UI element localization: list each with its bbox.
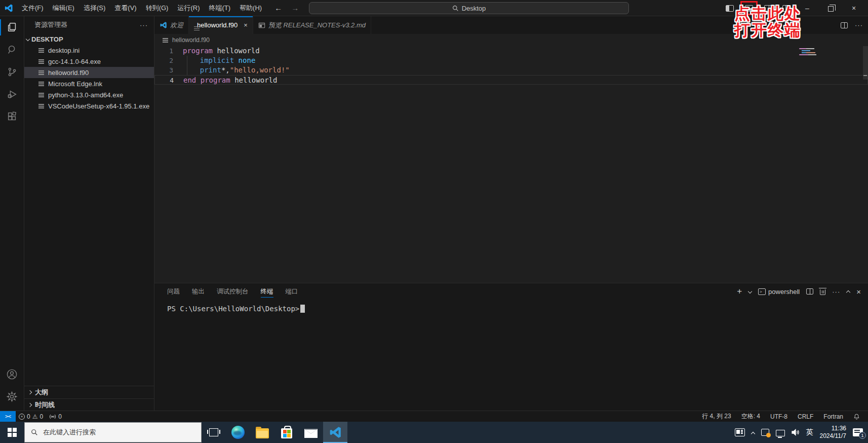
file-icon (38, 92, 45, 98)
split-editor-icon[interactable] (841, 22, 848, 28)
eol-status[interactable]: CRLF (795, 413, 816, 420)
source-control-icon[interactable] (0, 61, 24, 83)
tab-vscode-icon (160, 21, 167, 29)
sidebar-section-时间线[interactable]: 时间线 (24, 398, 154, 411)
powershell-icon: > (758, 288, 766, 295)
extensions-icon[interactable] (0, 105, 24, 128)
nav-back-icon[interactable]: ← (274, 4, 282, 12)
tree-item[interactable]: Microsoft Edge.lnk (24, 78, 154, 89)
panel-more-icon[interactable]: ··· (832, 288, 840, 296)
panel-tab-输出[interactable]: 输出 (192, 283, 205, 300)
menu-item[interactable]: 文件(F) (17, 4, 48, 13)
tab-label: 预览 RELEASE_NOTES-v3.2.md (268, 21, 366, 30)
language-status[interactable]: Fortran (820, 413, 846, 420)
panel-tab-端口[interactable]: 端口 (286, 283, 298, 300)
status-bar: >< ×0 ⚠0 0 行 4, 列 23 空格: 4 UTF-8 CRLF Fo… (0, 411, 868, 422)
tree-item[interactable]: gcc-14.1.0-64.exe (24, 56, 154, 67)
panel-tab-终端[interactable]: 终端 (261, 283, 273, 300)
network-icon[interactable] (776, 430, 785, 436)
search-view-icon[interactable] (0, 39, 24, 61)
taskbar-search-placeholder: 在此键入进行搜索 (43, 428, 96, 437)
panel-tab-问题[interactable]: 问题 (167, 283, 180, 300)
windows-logo-icon (8, 428, 17, 437)
warning-icon: ⚠ (32, 413, 38, 420)
code-line: 4end program helloworld (154, 75, 868, 85)
account-icon[interactable] (0, 363, 24, 385)
restore-button[interactable] (820, 1, 841, 16)
menu-item[interactable]: 转到(G) (141, 4, 173, 13)
menu-item[interactable]: 帮助(H) (235, 4, 266, 13)
taskbar-search-input[interactable]: 在此键入进行搜索 (24, 422, 202, 442)
remote-indicator[interactable]: >< (0, 411, 16, 422)
tree-root-folder[interactable]: DESKTOP (24, 33, 154, 45)
code-editor[interactable]: 1program helloworld2 implicit none3 prin… (154, 46, 868, 283)
indentation-status[interactable]: 空格: 4 (738, 412, 763, 421)
ports-status[interactable]: 0 (46, 413, 65, 420)
close-panel-icon[interactable]: × (856, 287, 861, 296)
store-taskbar-button[interactable] (274, 422, 299, 443)
menu-item[interactable]: 运行(R) (173, 4, 204, 13)
file-name: gcc-14.1.0-64.exe (48, 58, 101, 65)
tree-item[interactable]: desktop.ini (24, 45, 154, 56)
menu-item[interactable]: 编辑(E) (48, 4, 79, 13)
edge-taskbar-button[interactable] (226, 422, 250, 443)
ime-indicator[interactable]: 英 (806, 428, 813, 437)
vscode-taskbar-button[interactable] (323, 422, 347, 443)
chevron-right-icon (28, 402, 32, 407)
code-line: 3 print*,"hello,world!" (154, 65, 868, 75)
file-name: Microsoft Edge.lnk (48, 80, 102, 88)
mail-taskbar-button[interactable] (299, 422, 323, 443)
editor-more-icon[interactable]: ··· (855, 21, 863, 29)
tab-预览 RELEASE_NOTES-v3.2.md[interactable]: 预览 RELEASE_NOTES-v3.2.md (253, 16, 371, 34)
close-button[interactable]: × (844, 1, 864, 16)
tab-close-icon[interactable]: × (244, 21, 248, 29)
terminal-instance[interactable]: > powershell (758, 288, 800, 296)
terminal[interactable]: PS C:\Users\HelloWorld\Desktop> (154, 300, 868, 313)
code-text: implicit none (183, 56, 255, 65)
taskbar-clock[interactable]: 11:36 2024/11/7 (820, 425, 847, 440)
volume-icon[interactable] (792, 429, 800, 436)
sidebar-section-大纲[interactable]: 大纲 (24, 386, 154, 398)
panel-tab-调试控制台[interactable]: 调试控制台 (217, 283, 249, 300)
settings-gear-icon[interactable] (0, 385, 24, 408)
action-center-icon[interactable]: 1 (853, 428, 863, 436)
tab-label: 欢迎 (170, 21, 183, 30)
menu-item[interactable]: 查看(V) (110, 4, 141, 13)
tree-item[interactable]: helloworld.f90 (24, 67, 154, 78)
tree-item[interactable]: VSCodeUserSetup-x64-1.95.1.exe (24, 100, 154, 112)
maximize-panel-icon[interactable] (846, 290, 850, 294)
vscode-logo-icon (0, 4, 17, 13)
store-icon (281, 428, 292, 438)
notifications-bell-icon[interactable] (850, 413, 863, 420)
error-icon: × (19, 414, 25, 420)
tab-helloworld.f90[interactable]: helloworld.f90× (189, 16, 253, 34)
file-explorer-taskbar-button[interactable] (250, 422, 274, 443)
hidden-icons-chevron[interactable] (751, 432, 755, 436)
problems-status[interactable]: ×0 ⚠0 (16, 413, 46, 420)
new-terminal-button[interactable]: + (737, 286, 742, 297)
nav-forward-icon[interactable]: → (291, 4, 299, 12)
system-tray: 英 11:36 2024/11/7 1 (735, 422, 868, 443)
run-debug-icon[interactable] (0, 83, 24, 105)
menu-item[interactable]: 终端(T) (204, 4, 235, 13)
task-view-button[interactable] (202, 422, 226, 443)
minimap[interactable] (799, 47, 819, 56)
start-button[interactable] (0, 422, 24, 443)
explorer-icon[interactable] (0, 16, 24, 39)
menu-item[interactable]: 选择(S) (79, 4, 110, 13)
file-icon (163, 37, 169, 43)
terminal-dropdown-icon[interactable] (748, 289, 752, 293)
code-line: 1program helloworld (154, 46, 868, 56)
cursor-position-status[interactable]: 行 4, 列 23 (699, 412, 734, 421)
sync-status-icon[interactable] (761, 429, 769, 436)
tab-欢迎[interactable]: 欢迎 (154, 16, 189, 34)
tree-item[interactable]: python-3.13.0-amd64.exe (24, 89, 154, 100)
news-widgets-icon[interactable] (735, 428, 745, 436)
kill-terminal-icon[interactable] (820, 289, 825, 295)
command-center-search[interactable]: Desktop (309, 2, 629, 14)
search-placeholder: Desktop (462, 5, 486, 12)
encoding-status[interactable]: UTF-8 (767, 413, 791, 420)
split-terminal-icon[interactable] (806, 288, 813, 294)
file-name: desktop.ini (48, 47, 80, 54)
sidebar-more-icon[interactable]: ··· (140, 21, 148, 29)
